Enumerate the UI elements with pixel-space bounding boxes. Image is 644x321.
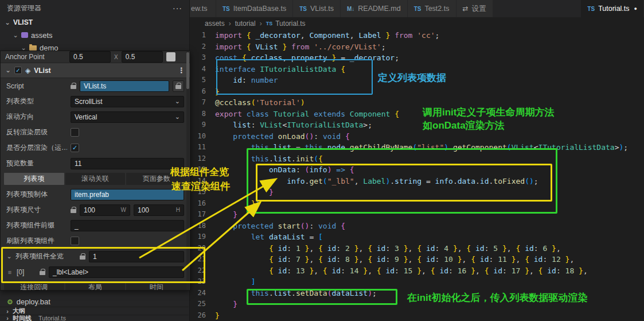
code-line[interactable]: 1import { _decorator, Component, Label }… (190, 30, 644, 41)
breadcrumb-item-Tutorial.ts[interactable]: TSTutorial.ts (266, 20, 306, 28)
code-line[interactable]: 9 list: VList<ITutorialListData>; (190, 119, 644, 131)
code-line[interactable]: 15 } (190, 187, 644, 198)
code-line[interactable]: 14 info.get("_lbl", Label).string = info… (190, 176, 644, 187)
checkbox[interactable]: ✓ (71, 237, 79, 245)
property-label: 预览数量 (6, 158, 67, 168)
field-value: 1 (93, 253, 97, 261)
tree-item-assets[interactable]: ⌄assets (0, 29, 189, 41)
inspector-tab-页面参数[interactable]: 页面参数 (126, 173, 186, 185)
code-token (237, 53, 242, 62)
anchor-x-field[interactable]: 0.5 (69, 51, 111, 63)
code-line[interactable]: 12 this.list.init({ (190, 153, 644, 165)
code-token: < (534, 143, 538, 152)
width-field[interactable]: 100W (80, 204, 130, 216)
value-field[interactable]: _ (71, 220, 184, 231)
tree-item-VLIST[interactable]: ⌄VLIST (0, 16, 189, 29)
chevron-right-icon: › (5, 315, 10, 321)
code-line[interactable]: 25 } (190, 299, 644, 310)
drag-handle-icon[interactable]: ≡ (6, 269, 13, 276)
checkbox[interactable]: ✓ (71, 144, 79, 152)
inspector-tab-滚动关联[interactable]: 滚动关联 (65, 173, 126, 185)
code-token: extends (314, 110, 345, 118)
lock-icon[interactable] (71, 85, 76, 89)
code-line[interactable]: 20 { id: 1 }, { id: 2 }, { id: 3 }, { id… (190, 243, 644, 254)
code-line[interactable]: 7@ccclass('Tutorial') (190, 97, 644, 109)
code-line[interactable]: 19 let dataList = [ (190, 231, 644, 243)
code-line[interactable]: 26} (190, 310, 644, 321)
component-enabled-checkbox[interactable]: ✓ (14, 67, 22, 74)
line-content: interface ITutorialListData { (215, 64, 345, 75)
value-field[interactable]: item.prefab (71, 189, 184, 200)
tab-设置[interactable]: ⇄设置 (456, 0, 493, 17)
line-content: list: VList<ITutorialListData>; (215, 119, 372, 131)
inspector-component-header[interactable]: ⌄ ✓ ◈ VList ⋮ (1, 63, 190, 78)
tab-ItemDataBase.ts[interactable]: TSItemDataBase.ts (216, 0, 293, 17)
inspector-tab-连接回调[interactable]: 连接回调 (4, 281, 64, 291)
tab-label: VList.ts (310, 5, 334, 13)
breadcrumb-item-assets[interactable]: assets (205, 20, 225, 28)
code-line[interactable]: 21 { id: 7 }, { id: 8 }, { id: 9 }, { id… (190, 254, 644, 265)
code-line[interactable]: 24 this.list.setData(dataList); (190, 288, 644, 299)
inspector-scrollbar[interactable] (186, 51, 189, 290)
code-token: : (435, 255, 444, 264)
anchor-extra-box[interactable] (166, 52, 175, 61)
inspector-tab-列表项[interactable]: 列表项 (4, 173, 64, 185)
breadcrumb-item-tutorial[interactable]: tutorial (235, 20, 256, 28)
value-field[interactable]: 11 (71, 158, 184, 169)
code-token: VList (255, 42, 278, 51)
code-token: ( (327, 289, 332, 297)
code-token (264, 233, 269, 241)
inspector-tab-时间[interactable]: 时间 (126, 281, 186, 291)
dropdown-select[interactable]: Vertical⌄ (71, 111, 184, 123)
kebab-menu-icon[interactable]: ⋮ (178, 66, 185, 75)
anchor-y-field[interactable]: 0.5 (122, 51, 163, 63)
code-line[interactable]: 2import { VList } from '../core/VList'; (190, 41, 644, 53)
code-line[interactable]: 6} (190, 86, 644, 98)
lock-icon[interactable] (175, 85, 181, 89)
lock-icon[interactable] (80, 256, 85, 260)
more-actions-icon[interactable]: ··· (173, 3, 182, 13)
code-line[interactable]: 8export class Tutorial extends Component… (190, 109, 644, 120)
code-line[interactable]: 22 { id: 13 }, { id: 14 }, { id: 15 }, {… (190, 265, 644, 277)
code-line[interactable]: 23 ] (190, 276, 644, 288)
height-field[interactable]: 100H (134, 204, 184, 216)
code-line[interactable]: 10 protected onLoad(): void { (190, 131, 644, 142)
lock-icon[interactable] (71, 209, 76, 213)
code-line[interactable]: 18 protected start(): void { (190, 221, 644, 232)
code-token: . (269, 154, 274, 163)
dropdown-select[interactable]: ScrollList⌄ (71, 96, 184, 107)
code-token: VList (512, 143, 534, 152)
code-token (372, 255, 377, 264)
value-field[interactable]: VList.ts (80, 80, 169, 92)
section-timeline[interactable]: › 时间线 Tutorial.ts (0, 315, 189, 321)
tab-VList.ts[interactable]: TSVList.ts (293, 0, 341, 17)
tab-ew.ts[interactable]: ew.ts (190, 0, 216, 17)
file-deploy-bat[interactable]: ⚙ deploy.bat (0, 297, 189, 307)
tab-README.md[interactable]: M↓README.md (341, 0, 408, 17)
code-line[interactable]: 4interface ITutorialListData { (190, 64, 644, 75)
code-line[interactable]: 3const { ccclass, property } = _decorato… (190, 52, 644, 64)
property-label: 列表类型 (6, 96, 67, 106)
screen: 资源管理器 ··· ⌄VLIST⌄assets⌄demo ⚙ deploy.ba… (0, 0, 644, 321)
code-token: } (363, 266, 368, 275)
code-line[interactable]: 13 onData: (info) => { (190, 164, 644, 176)
checkbox[interactable]: ✓ (71, 128, 79, 137)
tab-Tutorial.ts[interactable]: TSTutorial.ts● (581, 0, 644, 17)
value-field[interactable]: _lbl<Label> (49, 266, 184, 278)
code-line[interactable]: 5 id: number (190, 75, 644, 86)
code-line[interactable]: 17 } (190, 209, 644, 221)
code-token: { (318, 255, 323, 264)
code-line[interactable]: 16 }) (190, 198, 644, 210)
tab-Test2.ts[interactable]: TSTest2.ts (408, 0, 456, 17)
lock-icon[interactable] (40, 271, 45, 275)
code-line[interactable]: 11 this.list = this.node.getChildByName(… (190, 142, 644, 153)
code-editor[interactable]: 1import { _decorator, Component, Label }… (190, 30, 644, 321)
code-token: ( (314, 154, 318, 163)
code-token (345, 110, 350, 118)
value-field[interactable]: 1 (89, 251, 184, 262)
lock-button[interactable] (173, 80, 184, 92)
code-token: { (368, 255, 372, 264)
chevron-down-icon[interactable]: ⌄ (6, 253, 12, 260)
inspector-tab-布局[interactable]: 布局 (65, 281, 126, 291)
code-token: . (475, 177, 480, 185)
